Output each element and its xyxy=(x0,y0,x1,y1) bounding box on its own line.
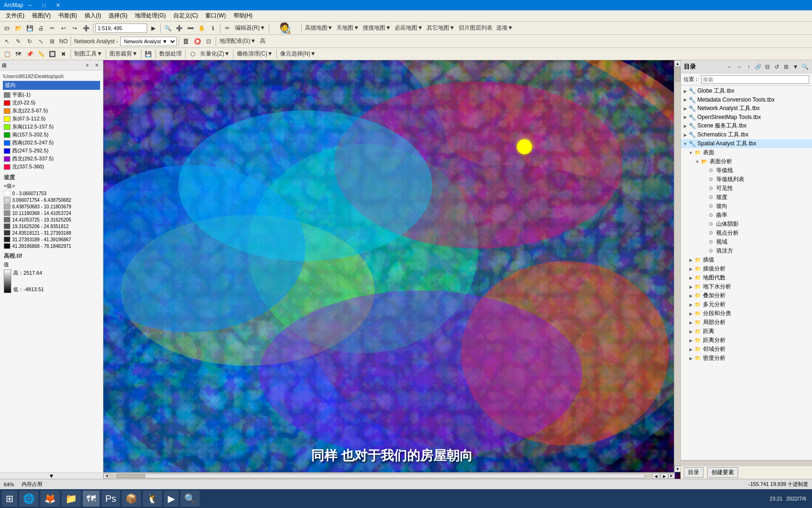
zoom-full-btn[interactable]: 🔍 xyxy=(163,23,173,33)
tree-item-surface[interactable]: ▼ 📁 表面 xyxy=(681,148,812,157)
print-btn[interactable]: 🖨 xyxy=(36,23,46,33)
go-btn[interactable]: ▶ xyxy=(148,23,158,33)
aspect-layer-name[interactable]: 坡向 xyxy=(3,81,100,90)
catalog-connect-btn[interactable]: 🔗 xyxy=(754,63,762,71)
pan-btn[interactable]: ✋ xyxy=(196,23,207,33)
scroll-thumb[interactable] xyxy=(675,67,680,81)
catalog-back-btn[interactable]: ← xyxy=(726,63,734,71)
tree-item-contour-list[interactable]: ⚙ 等值线列表 xyxy=(681,175,812,184)
network-analyst-dropdown[interactable]: Network Analyst ▼ xyxy=(120,37,177,46)
menu-customize[interactable]: 自定义(C) xyxy=(170,11,202,21)
geodata-label[interactable]: 地理配准(G)▼ xyxy=(218,37,257,45)
tree-item-neighborhood[interactable]: ▶ 📁 邻域分析 xyxy=(681,345,812,354)
expand-schematics[interactable]: ▶ xyxy=(682,132,688,138)
tree-item-visibility[interactable]: ⚙ 可见性 xyxy=(681,184,812,193)
no-btn[interactable]: NO xyxy=(58,36,69,47)
route-btn[interactable]: 🛤 xyxy=(181,36,191,47)
catalog-scroll-indicator[interactable] xyxy=(681,460,812,466)
graphic-cut-label[interactable]: 图形裁剪▼ xyxy=(108,50,139,58)
data-process-label[interactable]: 数据处理 xyxy=(158,50,183,58)
menu-help[interactable]: 帮助(H) xyxy=(230,11,257,21)
gaode-map-btn[interactable]: 高德地图▼ xyxy=(304,24,335,32)
measure-btn[interactable]: 📏 xyxy=(36,49,46,59)
tree-item-aspect[interactable]: ⚙ 坡向 xyxy=(681,202,812,211)
expand-distance[interactable]: ▶ xyxy=(687,328,694,335)
annotation-btn[interactable]: 📌 xyxy=(24,49,35,59)
start-btn[interactable]: ⊞ xyxy=(2,491,17,507)
tree-item-reclassify[interactable]: ▶ 📁 分段和分类 xyxy=(681,309,812,318)
scroll-thumb-h[interactable] xyxy=(117,474,145,478)
menu-view[interactable]: 视图(V) xyxy=(28,11,55,21)
tree-item-local[interactable]: ▶ 📁 局部分析 xyxy=(681,318,812,327)
tree-item-fill[interactable]: ⚙ 填洼方 xyxy=(681,246,812,255)
menu-select[interactable]: 选择(S) xyxy=(105,11,131,21)
vectorize-label[interactable]: 矢量化(Z)▼ xyxy=(199,50,231,58)
add-data-btn[interactable]: ➕ xyxy=(81,23,91,33)
menu-insert[interactable]: 插入(I) xyxy=(81,11,105,21)
tree-item-schematics-tbx[interactable]: ▶ 🔧 Schematics 工具.tbx xyxy=(681,130,812,139)
graphic-btn[interactable]: 🔲 xyxy=(47,49,57,59)
map-tools-btn[interactable]: 🗺 xyxy=(13,49,23,59)
expand-neighborhood[interactable]: ▶ xyxy=(687,346,694,353)
cancel-btn2[interactable]: ✖ xyxy=(58,49,69,59)
tree-item-globe-tbx[interactable]: ▶ 🔧 Globe 工具.tbx xyxy=(681,87,812,95)
save-btn2[interactable]: 💾 xyxy=(143,49,154,59)
expand-surface[interactable]: ▼ xyxy=(687,150,694,156)
expand-multivariate[interactable]: ▶ xyxy=(687,302,694,308)
scroll-down-arrow[interactable]: ▼ xyxy=(674,466,680,472)
task-browser-btn[interactable]: 🌐 xyxy=(19,491,39,507)
other-map-btn[interactable]: 其它地图▼ xyxy=(425,24,456,32)
expand-local[interactable]: ▶ xyxy=(687,319,694,326)
scale-input[interactable] xyxy=(95,24,147,33)
menu-file[interactable]: 文件(E) xyxy=(2,11,28,21)
cut-btn[interactable]: ✂ xyxy=(47,23,57,33)
expand-interp-analysis[interactable]: ▶ xyxy=(687,266,694,272)
od-matrix-btn[interactable]: ⊡ xyxy=(203,36,214,47)
expand-spatial[interactable]: ▼ xyxy=(682,141,688,147)
map-scrollbar-horizontal[interactable]: ◄ ◄ ► ► xyxy=(103,472,675,479)
expand-mapalgebra[interactable]: ▶ xyxy=(687,275,694,281)
open-btn[interactable]: 📂 xyxy=(13,23,23,33)
task-arcmap-btn[interactable]: 🗺 xyxy=(83,491,100,507)
tree-item-multivariate[interactable]: ▶ 📁 多元分析 xyxy=(681,300,812,309)
scroll-up-arrow[interactable]: ▲ xyxy=(674,60,680,67)
tree-item-hillshade[interactable]: ⚙ 山体阴影 xyxy=(681,220,812,229)
tianmap-btn[interactable]: 天地图▼ xyxy=(335,24,360,32)
catalog-search-icon-btn[interactable]: 🔍 xyxy=(801,63,809,71)
tree-item-density[interactable]: ▶ 📁 密度分析 xyxy=(681,354,812,363)
tree-item-osm-tbx[interactable]: ▶ 🔧 OpenStreetMap Tools.tbx xyxy=(681,113,812,121)
task-firefox-btn[interactable]: 🦊 xyxy=(40,491,60,507)
task-search-btn[interactable]: 🔍 xyxy=(180,491,200,507)
expand-overlay[interactable]: ▶ xyxy=(687,293,694,299)
biyao-map-btn[interactable]: 必应地图▼ xyxy=(393,24,424,32)
tree-item-surface-analysis[interactable]: ▼ 📂 表面分析 xyxy=(681,157,812,166)
menu-window[interactable]: 窗口(W) xyxy=(202,11,229,21)
task-package-btn[interactable]: 📦 xyxy=(122,491,141,507)
expand-interpolation[interactable]: ▶ xyxy=(687,257,694,263)
task-files-btn[interactable]: 📁 xyxy=(62,491,81,507)
service-area-btn[interactable]: ⭕ xyxy=(192,36,203,47)
select-features-btn[interactable]: ↖ xyxy=(2,36,12,47)
close-button[interactable]: ✕ xyxy=(51,0,64,10)
maximize-button[interactable]: □ xyxy=(37,0,50,10)
tree-item-distance[interactable]: ▶ 📁 距离 xyxy=(681,327,812,336)
layer-tools-btn[interactable]: 📋 xyxy=(2,49,12,59)
undo-btn[interactable]: ↩ xyxy=(58,23,69,33)
left-panel-scroll-bottom[interactable]: ▼ xyxy=(0,472,103,479)
tree-item-network-tbx[interactable]: ▶ 🔧 Network Analyst 工具.tbx xyxy=(681,104,812,113)
expand-network[interactable]: ▶ xyxy=(682,105,688,112)
tree-item-curvature[interactable]: ⚙ 曲率 xyxy=(681,211,812,220)
map-area[interactable]: 同样 也对于我们的房屋朝向 ▲ ▼ ◄ ◄ ► ► xyxy=(103,60,680,479)
tree-item-mapalgebra[interactable]: ▶ 📁 地图代数 xyxy=(681,273,812,282)
vectorize-btn[interactable]: ⬡ xyxy=(187,49,198,59)
cartography-label[interactable]: 制图工具▼ xyxy=(73,50,104,58)
tree-item-slope[interactable]: ⚙ 坡度 xyxy=(681,193,812,202)
tab-create-feature-btn[interactable]: 创建要素 xyxy=(707,467,738,478)
expand-osm[interactable]: ▶ xyxy=(682,114,688,120)
scroll-left-arrow[interactable]: ◄ xyxy=(103,474,110,478)
tree-item-spatial-tbx[interactable]: ▼ 🔧 Spatial Analyst 工具.tbx xyxy=(681,139,812,148)
tree-item-interpolation-analysis[interactable]: ▶ 📁 插值分析 xyxy=(681,264,812,273)
expand-surface-analysis[interactable]: ▼ xyxy=(694,159,701,165)
scroll-right-arrow[interactable]: ► xyxy=(668,474,675,478)
map-scrollbar-vertical[interactable]: ▲ ▼ xyxy=(674,60,680,472)
